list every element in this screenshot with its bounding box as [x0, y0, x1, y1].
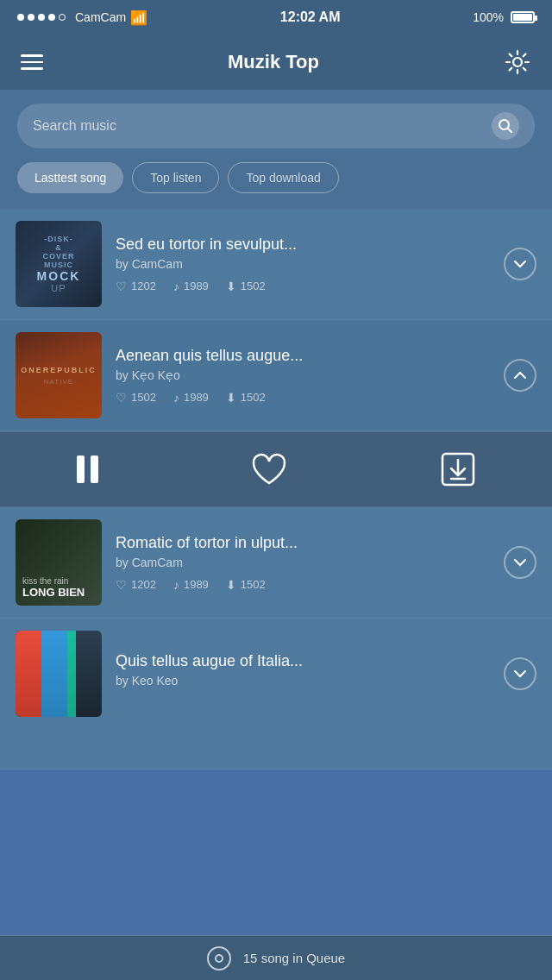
search-input-wrap[interactable]	[17, 104, 535, 148]
song-artist-3: by CamCam	[116, 556, 490, 569]
song-cover-1: -DISK- & COVER MUSIC MOCK UP	[16, 221, 102, 307]
song-item-1[interactable]: -DISK- & COVER MUSIC MOCK UP Sed eu tort…	[0, 209, 552, 320]
cover-art-3: kiss the rain LONG BIEN	[16, 519, 102, 606]
song-title-2: Aenean quis tellus augue...	[116, 347, 490, 365]
song-title-4: Quis tellus augue of Italia...	[116, 652, 490, 670]
expand-button-3[interactable]	[504, 546, 536, 579]
expand-button-2[interactable]	[504, 359, 536, 392]
downloads-stat-3: ⬇ 1502	[226, 578, 266, 592]
song-item-4[interactable]: Quis tellus augue of Italia... by Keo Ke…	[0, 619, 552, 770]
dot-3	[38, 14, 45, 21]
battery-fill	[513, 14, 532, 21]
heart-icon-3: ♡	[116, 578, 127, 592]
dot-4	[48, 14, 55, 21]
plays-stat-2: ♪ 1989	[173, 391, 209, 405]
cover-art-1: -DISK- & COVER MUSIC MOCK UP	[16, 221, 102, 307]
tab-top-download[interactable]: Top download	[228, 162, 338, 193]
menu-button[interactable]	[21, 54, 43, 70]
heart-icon-1: ♡	[116, 280, 127, 293]
tab-top-listen[interactable]: Top listen	[132, 162, 219, 193]
carrier-name: CamCam	[75, 10, 126, 24]
expand-button-1[interactable]	[504, 248, 536, 280]
dot-5	[59, 14, 66, 21]
menu-line-3	[21, 67, 43, 70]
song-artist-4: by Keo Keo	[116, 674, 490, 688]
downloads-stat-1: ⬇ 1502	[226, 280, 266, 293]
battery-icon	[511, 11, 535, 23]
chevron-down-icon-3	[513, 556, 527, 569]
song-artist-1: by CamCam	[116, 257, 490, 271]
gear-icon	[505, 49, 530, 75]
settings-button[interactable]	[504, 48, 531, 76]
svg-line-2	[508, 129, 512, 133]
pause-bar-2	[91, 455, 98, 483]
search-bar	[0, 90, 552, 162]
status-bar: CamCam 📶 12:02 AM 100%	[0, 0, 552, 35]
menu-line-1	[21, 54, 43, 57]
song-info-4: Quis tellus augue of Italia... by Keo Ke…	[116, 652, 490, 696]
chevron-up-icon-2	[513, 368, 527, 382]
song-title-3: Romatic of tortor in ulput...	[116, 534, 490, 552]
heart-icon-2: ♡	[116, 391, 127, 405]
status-left: CamCam 📶	[17, 9, 147, 26]
download-icon-3: ⬇	[226, 578, 236, 592]
music-icon-3: ♪	[173, 578, 179, 592]
expand-button-4[interactable]	[504, 657, 536, 690]
page-title: Muzik Top	[228, 51, 319, 73]
plays-stat-3: ♪ 1989	[173, 578, 209, 592]
signal-dots	[17, 14, 66, 21]
cover-art-2: ONEREPUBLIC NATIVE	[16, 332, 102, 418]
download-icon	[440, 451, 476, 487]
music-icon-1: ♪	[173, 280, 179, 293]
status-time: 12:02 AM	[280, 9, 341, 25]
player-controls	[0, 431, 552, 507]
pause-button[interactable]	[77, 455, 98, 483]
song-item-3[interactable]: kiss the rain LONG BIEN Romatic of torto…	[0, 507, 552, 619]
queue-bar[interactable]: 15 song in Queue	[0, 935, 552, 980]
chevron-down-icon-4	[513, 667, 527, 681]
song-stats-3: ♡ 1202 ♪ 1989 ⬇ 1502	[116, 578, 490, 592]
status-right: 100%	[473, 10, 535, 24]
music-icon-2: ♪	[173, 391, 179, 405]
header: Muzik Top	[0, 35, 552, 90]
download-button[interactable]	[440, 451, 476, 487]
wifi-icon: 📶	[130, 9, 147, 26]
song-cover-2: ONEREPUBLIC NATIVE	[16, 332, 102, 418]
tab-lasttest-song[interactable]: Lasttest song	[17, 162, 123, 193]
song-list: -DISK- & COVER MUSIC MOCK UP Sed eu tort…	[0, 209, 552, 770]
queue-icon	[207, 946, 231, 971]
song-artist-2: by Kẹo Kẹo	[116, 368, 490, 382]
dot-2	[28, 14, 34, 21]
song-cover-3: kiss the rain LONG BIEN	[16, 519, 102, 606]
song-stats-1: ♡ 1202 ♪ 1989 ⬇ 1502	[116, 280, 490, 293]
song-cover-4	[16, 631, 102, 717]
pause-icon	[77, 455, 98, 483]
chevron-down-icon-1	[513, 257, 527, 271]
queue-text: 15 song in Queue	[243, 951, 345, 965]
likes-stat-1: ♡ 1202	[116, 280, 156, 293]
song-info-3: Romatic of tortor in ulput... by CamCam …	[116, 534, 490, 592]
dot-1	[17, 14, 24, 21]
cover-art-4	[16, 631, 102, 717]
heart-icon	[251, 453, 287, 486]
svg-point-0	[513, 58, 522, 66]
song-info-1: Sed eu tortor in sevulput... by CamCam ♡…	[116, 236, 490, 293]
likes-stat-2: ♡ 1502	[116, 391, 156, 405]
menu-line-2	[21, 61, 43, 64]
download-icon-2: ⬇	[226, 391, 236, 405]
tabs-bar: Lasttest song Top listen Top download	[0, 162, 552, 209]
song-item-2[interactable]: ONEREPUBLIC NATIVE Aenean quis tellus au…	[0, 320, 552, 431]
pause-bar-1	[77, 455, 85, 483]
search-input[interactable]	[33, 118, 483, 134]
song-info-2: Aenean quis tellus augue... by Kẹo Kẹo ♡…	[116, 347, 490, 405]
song-stats-2: ♡ 1502 ♪ 1989 ⬇ 1502	[116, 391, 490, 405]
queue-inner-icon	[215, 954, 223, 963]
search-button[interactable]	[492, 112, 519, 140]
download-icon-1: ⬇	[226, 280, 236, 293]
plays-stat-1: ♪ 1989	[173, 280, 209, 293]
search-icon	[492, 112, 519, 140]
like-button[interactable]	[251, 453, 287, 486]
song-title-1: Sed eu tortor in sevulput...	[116, 236, 490, 254]
likes-stat-3: ♡ 1202	[116, 578, 156, 592]
battery-percent: 100%	[473, 10, 504, 24]
